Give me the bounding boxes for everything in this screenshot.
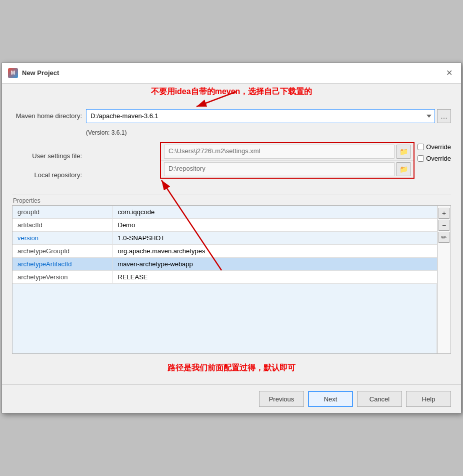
table-row[interactable]: archetypeVersion RELEASE — [12, 270, 437, 283]
annotation-bottom: 路径是我们前面配置过得，默认即可 — [12, 358, 451, 378]
version-text: (Version: 3.6.1) — [86, 129, 451, 136]
close-button[interactable]: ✕ — [443, 67, 455, 79]
properties-section: Properties groupId com.iqqcode artifactI… — [12, 195, 451, 354]
prop-key: version — [12, 231, 112, 244]
annotation-top: 不要用idea自带的meven，选择自己下载置的 — [2, 84, 461, 98]
help-button[interactable]: Help — [406, 391, 451, 407]
prop-value: Demo — [112, 218, 437, 231]
prop-key: archetypeArtifactId — [12, 257, 112, 270]
prop-value: com.iqqcode — [112, 206, 437, 219]
properties-table: groupId com.iqqcode artifactId Demo vers… — [12, 206, 437, 354]
prop-value: maven-archetype-webapp — [112, 257, 437, 270]
user-settings-override-wrap: Override — [418, 143, 451, 151]
prop-key: archetypeGroupId — [12, 244, 112, 257]
table-row[interactable]: archetypeGroupId org.apache.maven.archet… — [12, 244, 437, 257]
user-settings-override-label: Override — [426, 143, 451, 151]
properties-table-container: groupId com.iqqcode artifactId Demo vers… — [12, 205, 451, 354]
table-row[interactable]: artifactId Demo — [12, 218, 437, 231]
dialog-title: New Project — [22, 69, 59, 77]
dialog-footer: Previous Next Cancel Help — [2, 384, 461, 413]
table-actions: + − ✏ — [437, 206, 450, 354]
add-property-button[interactable]: + — [438, 208, 450, 219]
prop-key: archetypeVersion — [12, 270, 112, 283]
remove-property-button[interactable]: − — [438, 220, 450, 231]
table-row-selected[interactable]: archetypeArtifactId maven-archetype-weba… — [12, 257, 437, 270]
table-row-empty — [12, 283, 437, 353]
user-settings-override-checkbox[interactable] — [418, 144, 424, 150]
prop-value: 1.0-SNAPSHOT — [112, 231, 437, 244]
local-repo-label: Local repository: — [34, 171, 82, 179]
previous-button[interactable]: Previous — [259, 391, 304, 407]
cancel-button[interactable]: Cancel — [357, 391, 402, 407]
user-settings-label: User settings file: — [32, 152, 82, 160]
prop-value: org.apache.maven.archetypes — [112, 244, 437, 257]
maven-label: Maven home directory: — [12, 112, 82, 120]
properties-label: Properties — [12, 195, 451, 204]
table-row[interactable]: version 1.0-SNAPSHOT — [12, 231, 437, 244]
app-icon: M — [8, 68, 18, 78]
maven-directory-input[interactable]: D:/apache-maven-3.6.1 — [86, 109, 435, 123]
prop-key: artifactId — [12, 218, 112, 231]
next-button[interactable]: Next — [308, 391, 353, 407]
maven-browse-button[interactable]: … — [437, 109, 451, 123]
prop-key: groupId — [12, 206, 112, 219]
table-row[interactable]: groupId com.iqqcode — [12, 206, 437, 219]
prop-value: RELEASE — [112, 270, 437, 283]
edit-property-button[interactable]: ✏ — [438, 232, 450, 243]
